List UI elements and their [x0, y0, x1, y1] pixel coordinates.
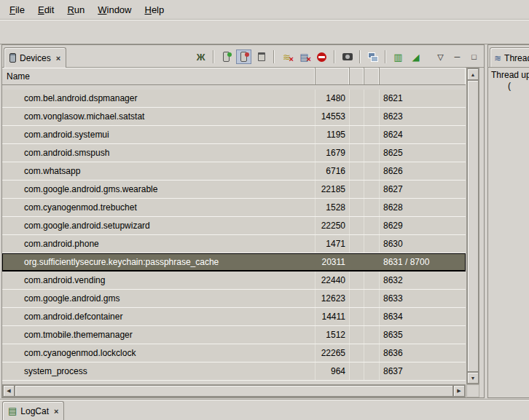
table-cell: 6716 — [316, 162, 350, 180]
table-row[interactable]: com.google.android.gms126238633 — [2, 290, 466, 308]
table-row[interactable]: com.cyanogenmod.lockclock222658636 — [2, 344, 466, 362]
method-profiling-icon[interactable]: ▤× — [297, 49, 312, 64]
table-row[interactable]: com.bel.android.dspmanager14808621 — [2, 90, 466, 108]
scrollbar-corner — [466, 384, 479, 397]
column-header-pid[interactable] — [316, 68, 350, 84]
column-header-empty-1[interactable] — [350, 68, 364, 84]
table-row[interactable]: com.vonglasow.michael.satstat145538623 — [2, 108, 466, 126]
table-cell: 964 — [316, 362, 350, 380]
table-row[interactable]: com.whatsapp67168626 — [2, 162, 466, 181]
application-window: FileEditRunWindowHelp Devices × Ж≋×▤×▥◢▽… — [0, 0, 529, 420]
table-row[interactable]: com.android.smspush16798625 — [2, 144, 466, 162]
screen-capture-icon[interactable] — [340, 49, 355, 64]
cause-gc-icon[interactable] — [254, 49, 269, 64]
table-cell: 8632 — [380, 272, 466, 289]
scroll-left-icon[interactable]: ◀ — [3, 385, 15, 397]
table-row[interactable]: com.google.android.setupwizard222508629 — [2, 217, 466, 235]
vertical-scrollbar[interactable]: ▲ ▼ — [466, 68, 479, 384]
table-cell — [364, 326, 380, 344]
table-cell — [364, 308, 380, 325]
table-row[interactable]: com.android.phone14718630 — [2, 235, 466, 253]
systrace-icon[interactable]: ◢ — [408, 49, 423, 64]
table-cell — [364, 344, 380, 362]
table-row[interactable]: org.sufficientlysecure.keychain:passphra… — [2, 253, 466, 272]
devices-tabbar: Devices × Ж≋×▤×▥◢▽─□ — [2, 45, 484, 68]
table-cell — [364, 272, 380, 289]
menu-edit[interactable]: Edit — [31, 1, 60, 18]
column-header-empty-2[interactable] — [364, 68, 380, 84]
table-cell: 8630 — [380, 235, 466, 253]
table-cell — [350, 144, 364, 162]
dump-hprof-icon[interactable] — [236, 49, 251, 64]
table-cell: com.vonglasow.michael.satstat — [2, 108, 316, 125]
toolbar-separator — [213, 50, 214, 63]
menu-window[interactable]: Window — [91, 1, 138, 18]
vertical-scrollbar-thumb[interactable] — [467, 80, 479, 372]
table-cell — [350, 272, 364, 289]
debug-process-icon[interactable]: Ж — [193, 49, 208, 64]
minimize-icon[interactable]: ─ — [450, 49, 465, 64]
table-row[interactable]: com.android.systemui11958624 — [2, 126, 466, 144]
table-cell: com.google.android.gms — [2, 290, 316, 307]
tab-devices[interactable]: Devices × — [4, 47, 66, 68]
table-row[interactable]: com.android.vending224408632 — [2, 272, 466, 290]
horizontal-scrollbar[interactable]: ◀ ▶ — [2, 384, 466, 397]
tab-threads[interactable]: ≋ Threads — [490, 47, 529, 68]
threads-message-line1: Thread up — [491, 70, 529, 80]
menu-file[interactable]: File — [3, 1, 31, 18]
table-cell: 1480 — [316, 90, 350, 107]
update-heap-icon[interactable] — [219, 49, 234, 64]
screen-mirror-icon[interactable] — [365, 49, 380, 64]
table-header: Name — [2, 68, 466, 85]
table-cell — [364, 290, 380, 307]
table-cell — [350, 162, 364, 180]
table-row[interactable]: com.android.defcontainer144118634 — [2, 308, 466, 326]
view-menu-icon[interactable]: ▽ — [433, 49, 448, 64]
table-cell — [350, 326, 364, 344]
table-row[interactable]: com.tmobile.thememanager15128635 — [2, 326, 466, 344]
hierarchy-view-icon[interactable]: ▥ — [391, 49, 406, 64]
table-cell: 8624 — [380, 126, 466, 143]
maximize-icon[interactable]: □ — [466, 49, 482, 64]
scroll-right-icon[interactable]: ▶ — [453, 385, 465, 397]
table-cell — [364, 108, 380, 125]
update-threads-icon[interactable]: ≋× — [279, 49, 294, 64]
table-cell — [350, 90, 364, 107]
column-header-port[interactable] — [380, 68, 466, 84]
device-icon — [9, 53, 16, 63]
table-cell: 22265 — [316, 344, 350, 362]
horizontal-scrollbar-thumb[interactable] — [15, 385, 453, 397]
stop-process-icon[interactable] — [314, 49, 329, 64]
table-row[interactable]: com.cyanogenmod.trebuchet15288628 — [2, 199, 466, 217]
main-toolbar — [0, 20, 529, 44]
bottom-bar: ▤ LogCat × — [0, 399, 529, 420]
table-cell: 8634 — [380, 308, 466, 325]
table-row[interactable]: system_process9648637 — [2, 362, 466, 381]
menu-bar: FileEditRunWindowHelp — [0, 0, 529, 20]
scroll-down-icon[interactable]: ▼ — [467, 372, 479, 384]
table-cell — [350, 181, 364, 198]
toolbar-separator — [334, 50, 335, 63]
table-cell — [364, 90, 380, 107]
table-cell: 8621 — [380, 90, 466, 107]
toolbar-separator — [273, 50, 275, 63]
column-header-name[interactable]: Name — [2, 68, 316, 84]
table-cell: 1512 — [316, 326, 350, 344]
menu-help[interactable]: Help — [138, 1, 171, 18]
close-icon[interactable]: × — [56, 54, 60, 63]
table-cell — [350, 235, 364, 253]
table-cell: 8628 — [380, 199, 466, 216]
process-table-body: com.bel.android.dspmanager14808621com.vo… — [2, 85, 466, 384]
table-cell: 8625 — [380, 144, 466, 162]
tab-logcat[interactable]: ▤ LogCat × — [2, 401, 64, 420]
table-cell: com.whatsapp — [2, 162, 316, 180]
menu-run[interactable]: Run — [60, 1, 91, 18]
scroll-up-icon[interactable]: ▲ — [467, 68, 479, 80]
table-cell — [350, 217, 364, 234]
devices-corner-buttons: ▽─□ — [433, 49, 482, 64]
table-cell — [364, 235, 380, 253]
table-row[interactable]: com.google.android.gms.wearable221858627 — [2, 181, 466, 199]
close-icon[interactable]: × — [54, 407, 58, 416]
table-cell — [364, 199, 380, 216]
table-cell: com.android.vending — [2, 272, 316, 289]
